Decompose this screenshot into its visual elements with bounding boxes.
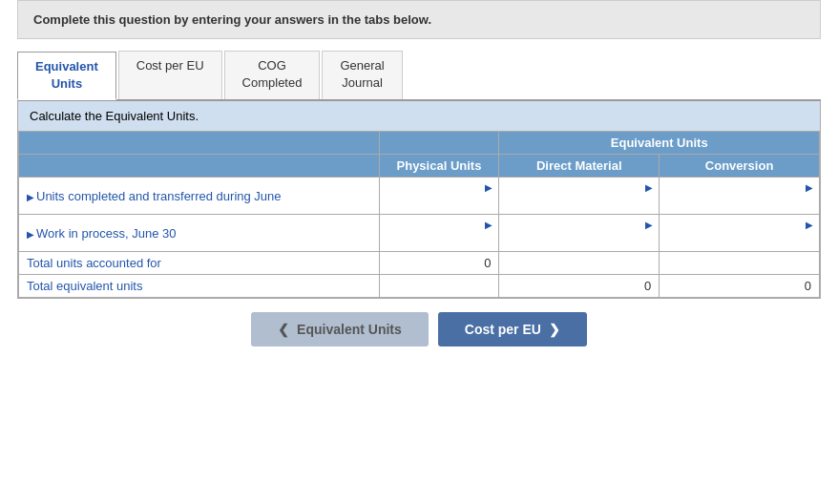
table-row: Total units accounted for 0	[19, 252, 820, 275]
header-equivalent-units: Equivalent Units	[499, 132, 820, 155]
row2-physical-cell[interactable]: ▶	[379, 215, 499, 252]
tab-line2: Units	[35, 75, 98, 93]
triangle-row2: ▶	[27, 229, 34, 240]
header-direct-material: Direct Material	[499, 155, 660, 178]
tab-cost-label: Cost per EU	[136, 57, 204, 74]
table-row: ▶Units completed and transferred during …	[19, 178, 820, 215]
equivalent-units-table: Equivalent Units Physical Units Direct M…	[18, 131, 820, 298]
next-label: Cost per EU	[465, 322, 541, 337]
row2-physical-input[interactable]	[384, 231, 495, 249]
tab-equivalent-units[interactable]: Equivalent Units	[17, 52, 116, 100]
row1-label: ▶Units completed and transferred during …	[19, 178, 380, 215]
triangle-row2-conv: ▶	[806, 220, 813, 230]
table-row: Total equivalent units 0 0	[19, 275, 820, 298]
header-conversion: Conversion	[660, 155, 820, 178]
header-physical: Physical Units	[379, 155, 499, 178]
row1-dm-input[interactable]	[503, 194, 655, 212]
triangle-row1-pu2: ▶	[485, 182, 492, 193]
triangle-row1-conv: ▶	[806, 182, 813, 193]
row4-dm-value: 0	[499, 275, 660, 298]
arrow-left-icon: ❮	[278, 322, 289, 337]
triangle-row2-dm: ▶	[645, 220, 653, 230]
tab-gj-line2: Journal	[340, 74, 384, 92]
table-row: ▶Work in process, June 30 ▶ ▶ ▶	[19, 215, 820, 252]
notice-text: Complete this question by entering your …	[33, 12, 431, 27]
tab-cog-line1: COG	[242, 57, 303, 74]
tab-line1: Equivalent	[35, 58, 98, 75]
row1-dm-cell[interactable]: ▶	[499, 178, 660, 215]
row4-physical-value	[379, 275, 499, 298]
row2-conv-input[interactable]	[663, 231, 815, 249]
row3-label: Total units accounted for	[19, 252, 380, 275]
sub-header-text: Calculate the Equivalent Units.	[30, 109, 199, 123]
row3-physical-value: 0	[379, 252, 499, 275]
notice-box: Complete this question by entering your …	[17, 0, 821, 39]
row2-dm-input[interactable]	[503, 231, 655, 249]
tab-cog-completed[interactable]: COG Completed	[224, 51, 321, 99]
tab-general-journal[interactable]: General Journal	[322, 51, 402, 99]
tab-cog-line2: Completed	[242, 74, 303, 92]
row1-physical-cell[interactable]: ▶	[379, 178, 499, 215]
tab-gj-line1: General	[340, 57, 384, 74]
row1-conv-cell[interactable]: ▶	[660, 178, 820, 215]
tab-cost-per-eu[interactable]: Cost per EU	[118, 51, 222, 99]
header-physical-units	[379, 132, 499, 155]
triangle-row2-pu: ▶	[485, 220, 492, 230]
tabs-row: Equivalent Units Cost per EU COG Complet…	[17, 51, 821, 101]
row4-conv-value: 0	[660, 275, 820, 298]
triangle-row1-pu: ▶	[27, 192, 34, 202]
sub-header: Calculate the Equivalent Units.	[18, 101, 820, 131]
row4-label: Total equivalent units	[19, 275, 380, 298]
arrow-right-icon: ❯	[549, 322, 560, 337]
row2-dm-cell[interactable]: ▶	[499, 215, 660, 252]
row1-conv-input[interactable]	[663, 194, 815, 212]
triangle-row1-dm: ▶	[645, 182, 653, 193]
row2-conv-cell[interactable]: ▶	[660, 215, 820, 252]
tab-content: Calculate the Equivalent Units. Equivale…	[17, 101, 821, 299]
row3-dm-value	[499, 252, 660, 275]
row3-conv-value	[660, 252, 820, 275]
next-button[interactable]: Cost per EU ❯	[438, 312, 587, 346]
prev-button[interactable]: ❮ Equivalent Units	[251, 312, 428, 346]
header-row-label	[19, 155, 380, 178]
header-empty	[19, 132, 380, 155]
row2-label: ▶Work in process, June 30	[19, 215, 380, 252]
page-wrapper: Complete this question by entering your …	[0, 0, 838, 364]
nav-buttons: ❮ Equivalent Units Cost per EU ❯	[17, 312, 821, 346]
prev-label: Equivalent Units	[297, 322, 402, 337]
row1-physical-input[interactable]	[384, 194, 495, 212]
